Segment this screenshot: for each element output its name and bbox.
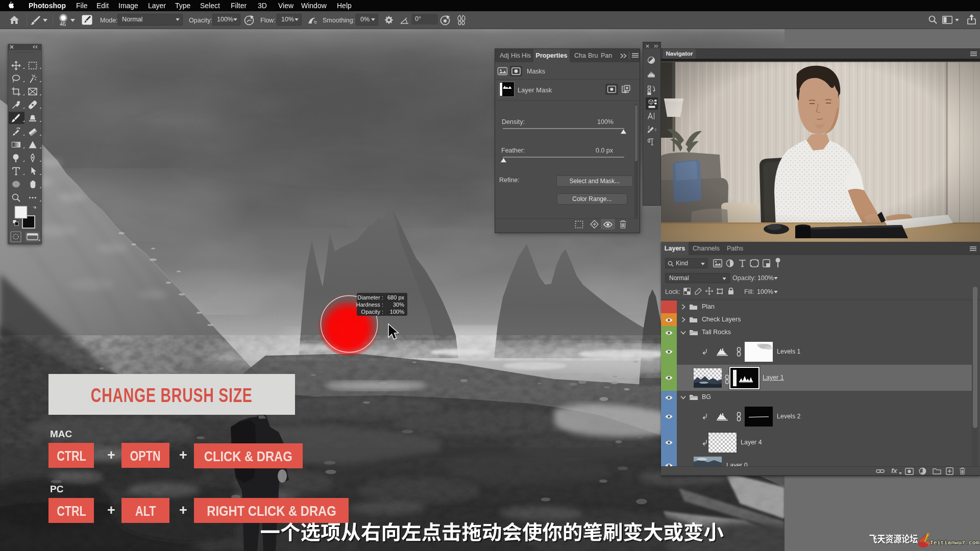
svg-text:feitianwu7.com: feitianwu7.com — [930, 539, 979, 546]
